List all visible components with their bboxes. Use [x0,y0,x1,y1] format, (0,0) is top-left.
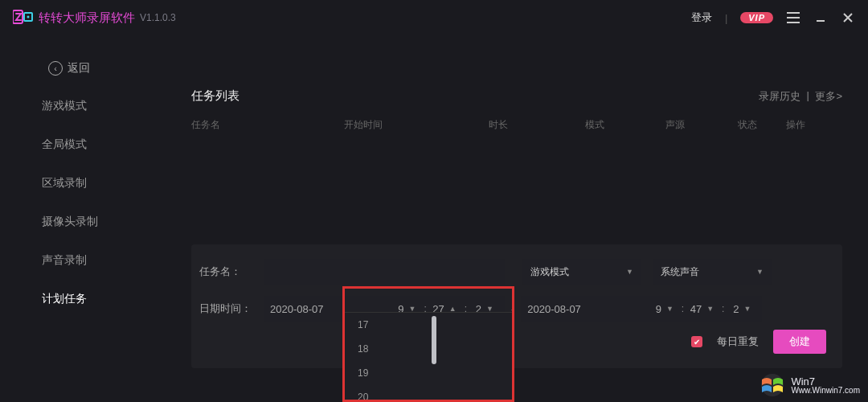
windows-logo-icon [759,373,786,397]
dropdown-option[interactable]: 17 [345,313,512,337]
dropdown-option[interactable]: 20 [345,385,512,402]
dropdown-option[interactable]: 19 [345,361,512,385]
divider: | [725,12,727,24]
minimize-icon[interactable] [813,10,828,25]
back-icon: ‹ [48,61,63,76]
end-hour[interactable]: 9 [644,303,661,315]
taskname-label: 任务名： [191,265,264,279]
sidebar-item-audio-record[interactable]: 声音录制 [42,241,122,280]
sidebar-item-camera-record[interactable]: 摄像头录制 [42,203,122,241]
minute-dropdown[interactable]: 17 18 19 20 [344,312,513,402]
back-label: 返回 [68,61,90,76]
sidebar-item-scheduled-task[interactable]: 计划任务 [42,280,122,318]
end-date[interactable]: 2020-08-07 [527,303,644,315]
taskname-input[interactable] [264,259,505,285]
main: 任务列表 录屏历史 | 更多> 任务名 开始时间 时长 模式 声源 状态 操作 … [191,88,842,368]
repeat-daily-checkbox[interactable]: ✔ [691,336,702,347]
svg-point-2 [27,16,30,18]
datetime-label: 日期时间： [191,302,264,316]
watermark-line2: Www.Winwin7.com [791,387,860,395]
task-list-title: 任务列表 [191,88,759,104]
mode-select[interactable]: 游戏模式 ▼ [522,259,641,285]
end-minute[interactable]: 47 [687,303,702,315]
watermark-line1: Win7 [791,376,860,387]
sidebar-item-global-mode[interactable]: 全局模式 [42,125,122,164]
recording-history-link[interactable]: 录屏历史 [759,89,800,104]
vip-badge[interactable]: VIP [740,12,773,23]
chevron-down-icon[interactable]: ▼ [743,305,751,313]
divider: | [804,89,813,104]
back-link[interactable]: ‹ 返回 [48,61,90,76]
task-form: 任务名： 游戏模式 ▼ 系统声音 ▼ 日期时间： 2020-08-07 9 ▼ … [191,244,842,368]
svg-point-3 [761,374,784,396]
col-action: 操作 [786,118,826,132]
sidebar: 游戏模式 全局模式 区域录制 摄像头录制 声音录制 计划任务 [42,87,122,318]
app-name: 转转大师录屏软件 [39,10,135,26]
sidebar-item-game-mode[interactable]: 游戏模式 [42,87,122,125]
chevron-down-icon[interactable]: ▼ [706,305,714,313]
titlebar: 转转大师录屏软件 V1.1.0.3 登录 | VIP [0,0,868,35]
watermark: Win7 Www.Winwin7.com [759,373,860,397]
end-datetime: 2020-08-07 9 ▼ : 47 ▼ : 2 ▼ [521,296,762,322]
dropdown-option[interactable]: 18 [345,337,512,361]
col-audio: 声源 [665,118,738,132]
app-logo [13,9,34,27]
sidebar-item-region-record[interactable]: 区域录制 [42,164,122,203]
create-button[interactable]: 创建 [773,330,826,354]
repeat-daily-label: 每日重复 [717,334,759,349]
dropdown-scrollbar[interactable] [432,316,436,398]
menu-icon[interactable] [786,10,800,25]
col-starttime: 开始时间 [344,118,489,132]
col-taskname: 任务名 [191,118,344,132]
close-icon[interactable] [841,10,855,25]
scrollbar-thumb[interactable] [432,316,436,364]
task-columns: 任务名 开始时间 时长 模式 声源 状态 操作 [191,118,842,132]
col-mode: 模式 [585,118,665,132]
col-status: 状态 [738,118,786,132]
chevron-down-icon[interactable]: ▼ [666,305,674,313]
chevron-down-icon: ▼ [756,268,764,276]
end-second[interactable]: 2 [727,303,739,315]
login-link[interactable]: 登录 [691,10,712,25]
col-duration: 时长 [489,118,585,132]
audio-select[interactable]: 系统声音 ▼ [653,259,772,285]
app-version: V1.1.0.3 [140,12,176,23]
chevron-down-icon: ▼ [626,268,633,276]
more-link[interactable]: 更多> [815,89,842,104]
